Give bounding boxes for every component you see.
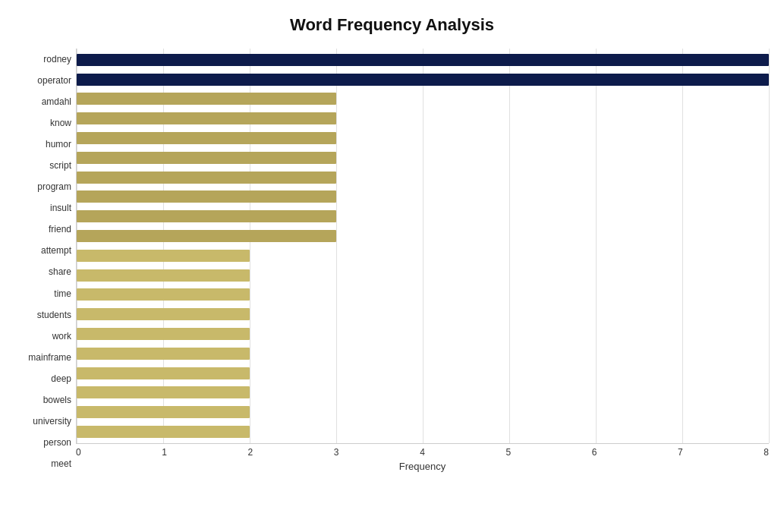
bar — [77, 152, 336, 164]
grid-line — [769, 49, 770, 443]
x-tick: 2 — [248, 447, 253, 458]
bar-row — [77, 306, 769, 323]
bar — [77, 367, 250, 379]
bar — [77, 269, 250, 282]
x-tick: 1 — [162, 447, 167, 458]
y-label: work — [52, 328, 71, 345]
y-label: humor — [46, 136, 71, 153]
y-label: mainframe — [28, 349, 71, 366]
bar — [77, 250, 250, 262]
x-tick: 3 — [334, 447, 339, 458]
bar-row — [77, 228, 769, 244]
bar-row — [77, 404, 769, 420]
x-tick: 5 — [505, 447, 511, 458]
bar — [77, 93, 336, 105]
y-label: amdahl — [42, 93, 71, 110]
bar-row — [77, 267, 769, 284]
y-label: attempt — [41, 242, 71, 259]
bar-row — [77, 286, 769, 303]
bars-wrapper — [77, 49, 769, 443]
bar-row — [77, 52, 769, 68]
bar — [77, 190, 336, 203]
bar — [77, 210, 336, 222]
chart-title: Word Frequency Analysis — [15, 15, 769, 35]
x-axis-label: Frequency — [76, 461, 769, 472]
bar-row — [77, 326, 769, 342]
chart-area: rodneyoperatoramdahlknowhumorscriptprogr… — [15, 49, 769, 474]
bar-row — [77, 90, 769, 107]
y-label: know — [50, 115, 71, 131]
bar — [77, 74, 769, 86]
bar-row — [77, 188, 769, 205]
bar-row — [77, 110, 769, 127]
y-label: time — [54, 285, 71, 302]
bar — [77, 54, 769, 66]
chart-container: Word Frequency Analysis rodneyoperatoram… — [0, 0, 784, 532]
y-label: person — [43, 434, 71, 451]
bar — [77, 328, 250, 340]
y-label: university — [33, 413, 71, 430]
x-tick: 7 — [678, 447, 683, 458]
x-tick: 8 — [764, 447, 769, 458]
bar — [77, 386, 250, 398]
bar — [77, 132, 336, 144]
bar — [77, 172, 336, 184]
bar-row — [77, 365, 769, 382]
bar — [77, 426, 250, 438]
bar — [77, 288, 250, 301]
bars-area — [76, 49, 769, 444]
bar — [77, 348, 250, 360]
bar — [77, 406, 250, 418]
y-label: friend — [49, 221, 71, 238]
x-tick: 4 — [420, 447, 425, 458]
y-label: program — [37, 178, 71, 195]
bar-row — [77, 345, 769, 362]
bar — [77, 230, 336, 242]
x-axis: 012345678 Frequency — [76, 444, 769, 474]
bar-row — [77, 384, 769, 401]
x-ticks: 012345678 — [76, 444, 769, 458]
y-label: share — [49, 263, 71, 280]
y-label: meet — [51, 455, 71, 472]
y-label: script — [49, 157, 71, 174]
bars-and-x: 012345678 Frequency — [76, 49, 769, 474]
y-label: deep — [51, 370, 71, 387]
bar-row — [77, 71, 769, 88]
y-axis-labels: rodneyoperatoramdahlknowhumorscriptprogr… — [15, 49, 76, 474]
y-label: operator — [37, 72, 71, 89]
x-tick: 6 — [592, 447, 597, 458]
bar-row — [77, 247, 769, 264]
bar-row — [77, 169, 769, 186]
bar — [77, 112, 336, 124]
x-tick: 0 — [76, 447, 81, 458]
y-label: insult — [50, 200, 71, 216]
bar-row — [77, 150, 769, 166]
bar-row — [77, 208, 769, 225]
bar-row — [77, 423, 769, 440]
y-label: students — [37, 307, 71, 323]
y-label: rodney — [43, 51, 71, 68]
bar — [77, 308, 250, 320]
bar-row — [77, 130, 769, 146]
y-label: bowels — [43, 392, 71, 408]
